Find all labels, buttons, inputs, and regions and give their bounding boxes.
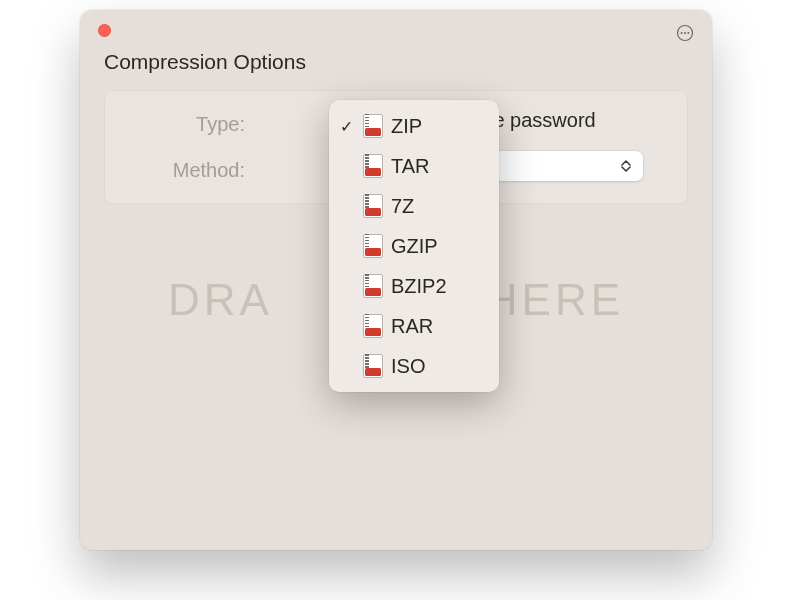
type-option-tar[interactable]: TAR [329, 146, 499, 186]
archive-file-icon [363, 274, 383, 298]
svg-point-2 [684, 32, 686, 34]
type-option-rar[interactable]: RAR [329, 306, 499, 346]
chevron-up-down-icon [621, 160, 631, 172]
type-option-label: GZIP [391, 235, 489, 258]
type-option-label: ISO [391, 355, 489, 378]
archive-file-icon [363, 154, 383, 178]
checkmark-icon: ✓ [337, 117, 355, 136]
type-option-label: ZIP [391, 115, 489, 138]
section-title: Compression Options [104, 50, 306, 74]
type-dropdown-menu[interactable]: ✓ ZIP TAR 7Z GZIP [329, 100, 499, 392]
archive-file-icon [363, 114, 383, 138]
titlebar [80, 10, 712, 46]
type-label: Type: [105, 113, 255, 136]
type-option-bzip2[interactable]: BZIP2 [329, 266, 499, 306]
type-option-gzip[interactable]: GZIP [329, 226, 499, 266]
archive-file-icon [363, 314, 383, 338]
type-option-label: 7Z [391, 195, 489, 218]
svg-point-1 [681, 32, 683, 34]
type-option-label: RAR [391, 315, 489, 338]
app-window: Compression Options Type: Method: Use pa… [80, 10, 712, 550]
type-option-label: BZIP2 [391, 275, 489, 298]
close-window-button[interactable] [98, 24, 111, 37]
method-label: Method: [105, 159, 255, 182]
archive-file-icon [363, 194, 383, 218]
svg-point-3 [687, 32, 689, 34]
type-option-iso[interactable]: ISO [329, 346, 499, 386]
type-option-label: TAR [391, 155, 489, 178]
more-options-button[interactable] [674, 22, 696, 44]
type-option-zip[interactable]: ✓ ZIP [329, 106, 499, 146]
ellipsis-circle-icon [676, 24, 694, 42]
type-option-7z[interactable]: 7Z [329, 186, 499, 226]
archive-file-icon [363, 234, 383, 258]
archive-file-icon [363, 354, 383, 378]
